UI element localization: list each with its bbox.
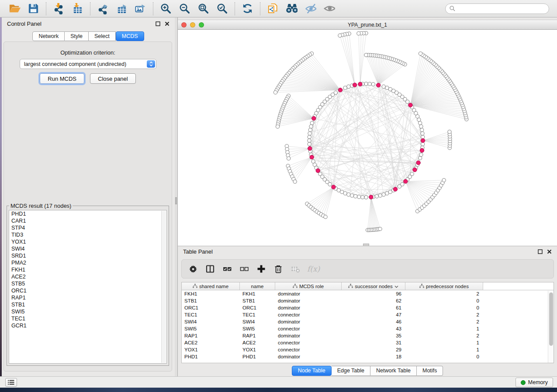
column-header-mcds-role[interactable]: MCDS role: [275, 282, 342, 290]
result-node-item[interactable]: SWI5: [9, 308, 166, 315]
column-header-successor-nodes[interactable]: successor nodes: [342, 282, 405, 290]
open-file-button[interactable]: [5, 1, 24, 16]
delete-table-button[interactable]: [290, 264, 301, 274]
tab-style[interactable]: Style: [65, 31, 89, 41]
mcds-tab-content: Optimization criterion: largest connecte…: [3, 41, 172, 371]
control-panel-title: Control Panel: [7, 21, 42, 27]
column-header-predecessor-nodes[interactable]: predecessor nodes: [405, 282, 483, 290]
search-input[interactable]: [458, 6, 545, 12]
table-row[interactable]: SWI5SWI5connector431: [182, 325, 554, 332]
cell-mcds-role: connector: [275, 311, 342, 318]
float-table-panel-icon[interactable]: [538, 249, 543, 254]
result-node-item[interactable]: ORC1: [9, 287, 166, 294]
network-graph[interactable]: [178, 30, 557, 246]
float-panel-icon[interactable]: [156, 21, 160, 26]
table-row[interactable]: ACE2ACE2connector311: [182, 339, 554, 346]
show-all-button[interactable]: [320, 1, 339, 16]
table-row[interactable]: ORC1ORC1dominator610: [182, 304, 554, 311]
zoom-in-icon: [160, 3, 172, 14]
tab-network-table[interactable]: Network Table: [370, 366, 417, 376]
deselect-all-checkboxes-button[interactable]: [239, 264, 249, 274]
result-node-item[interactable]: STP4: [9, 224, 166, 231]
result-node-item[interactable]: PMA2: [9, 259, 166, 266]
minimize-window-icon[interactable]: [190, 22, 195, 28]
show-columns-button[interactable]: [205, 264, 215, 274]
tab-node-table[interactable]: Node Table: [292, 366, 332, 376]
maximize-window-icon[interactable]: [199, 22, 204, 28]
table-scrollbar[interactable]: [548, 291, 554, 363]
result-node-item[interactable]: GCR1: [9, 322, 166, 329]
table-row[interactable]: RAP1RAP1dominator352: [182, 332, 554, 339]
result-node-item[interactable]: SRD1: [9, 252, 166, 259]
import-table-button[interactable]: [68, 1, 87, 16]
import-network-button[interactable]: [49, 1, 68, 16]
cell-predecessor-nodes: 0: [405, 353, 483, 360]
result-node-item[interactable]: FKH1: [9, 266, 166, 273]
result-list-scrollbar[interactable]: [161, 211, 166, 363]
memory-button[interactable]: Memory: [515, 378, 553, 387]
table-row[interactable]: YOX1YOX1connector291: [182, 346, 554, 353]
result-node-item[interactable]: PHD1: [9, 210, 166, 217]
tab-select[interactable]: Select: [89, 31, 116, 41]
zoom-selected-button[interactable]: [213, 1, 232, 16]
column-header-shared-name[interactable]: shared name: [182, 282, 240, 290]
table-row[interactable]: PHD1PHD1dominator180: [182, 353, 554, 360]
status-menu-button[interactable]: [5, 378, 17, 387]
zoom-out-button[interactable]: [175, 1, 194, 16]
zoom-in-button[interactable]: [156, 1, 175, 16]
delete-rows-button[interactable]: [273, 264, 284, 274]
cell-mcds-role: dominator: [275, 297, 342, 304]
table-row[interactable]: STB1STB1dominator620: [182, 297, 554, 304]
cell-shared-name: STB1: [182, 297, 240, 304]
tab-edge-table[interactable]: Edge Table: [332, 366, 370, 376]
table-scrollbar-thumb[interactable]: [549, 292, 553, 346]
node-table[interactable]: shared namenameMCDS rolesuccessor nodesp…: [181, 282, 554, 363]
refresh-view-button[interactable]: [238, 1, 257, 16]
export-image-button[interactable]: [131, 1, 150, 16]
cell-mcds-role: dominator: [275, 318, 342, 325]
column-header-name[interactable]: name: [240, 282, 275, 290]
network-window-titlebar[interactable]: YPA_prune.txt_1: [178, 20, 557, 30]
function-builder-button[interactable]: f(x): [307, 264, 320, 274]
zoom-fit-icon: [197, 3, 209, 14]
result-node-item[interactable]: TID3: [9, 231, 166, 238]
copy-network-button[interactable]: [263, 1, 282, 16]
tab-network[interactable]: Network: [32, 31, 65, 41]
run-mcds-button[interactable]: Run MCDS: [40, 73, 84, 84]
add-row-button[interactable]: [256, 264, 266, 274]
close-panel-icon[interactable]: [165, 21, 170, 26]
zoom-fit-button[interactable]: [194, 1, 213, 16]
table-row[interactable]: FKH1FKH1dominator962: [182, 290, 554, 297]
search-field[interactable]: [445, 3, 549, 14]
search-network-button[interactable]: [282, 1, 301, 16]
select-all-checkboxes-button[interactable]: [222, 264, 232, 274]
list-icon: [8, 380, 14, 385]
result-node-item[interactable]: STB1: [9, 301, 166, 308]
column-settings-button[interactable]: [188, 264, 198, 274]
result-node-item[interactable]: SWI4: [9, 245, 166, 252]
tab-motifs[interactable]: Motifs: [417, 366, 443, 376]
close-panel-button[interactable]: Close panel: [90, 73, 136, 84]
hide-selected-button[interactable]: [301, 1, 320, 16]
close-table-panel-icon[interactable]: [547, 249, 552, 254]
result-node-item[interactable]: TEC1: [9, 315, 166, 322]
table-row[interactable]: TEC1TEC1connector472: [182, 311, 554, 318]
result-node-item[interactable]: YOX1: [9, 238, 166, 245]
result-node-item[interactable]: STB5: [9, 280, 166, 287]
result-node-item[interactable]: CAR1: [9, 217, 166, 224]
panel-splitter[interactable]: [175, 17, 178, 376]
save-session-button[interactable]: [24, 1, 43, 16]
cell-predecessor-nodes: 0: [405, 304, 483, 311]
cell-mcds-role: dominator: [275, 332, 342, 339]
splitter-grip[interactable]: [175, 197, 177, 204]
result-node-item[interactable]: RAP1: [9, 294, 166, 301]
cell-successor-nodes: 62: [342, 297, 405, 304]
result-node-item[interactable]: ACE2: [9, 273, 166, 280]
export-network-button[interactable]: [93, 1, 112, 16]
export-table-button[interactable]: [112, 1, 131, 16]
criterion-select[interactable]: largest connected component (undirected): [20, 59, 156, 69]
table-row[interactable]: SWI4SWI4dominator462: [182, 318, 554, 325]
network-canvas[interactable]: [178, 30, 557, 246]
tab-mcds[interactable]: MCDS: [116, 31, 144, 41]
close-window-icon[interactable]: [181, 22, 187, 28]
